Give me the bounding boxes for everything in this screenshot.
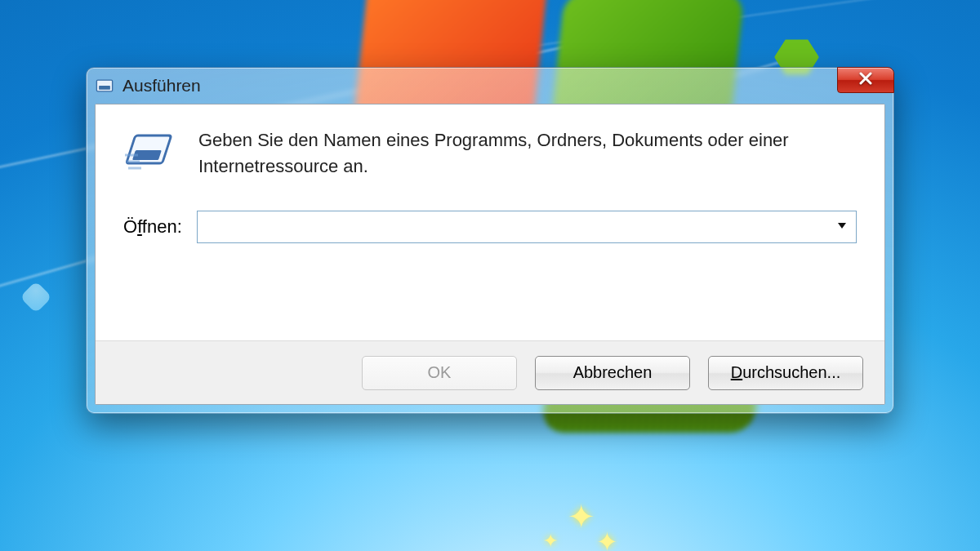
decor-bud xyxy=(20,281,52,313)
decor-sparkle: ✦ xyxy=(596,527,618,551)
window-title: Ausführen xyxy=(122,76,201,96)
open-input[interactable] xyxy=(198,211,828,242)
open-dropdown-button[interactable] xyxy=(828,211,856,242)
open-combobox[interactable] xyxy=(197,211,857,243)
open-label-post: fnen: xyxy=(142,216,182,237)
ok-button: OK xyxy=(362,356,517,390)
run-dialog-icon xyxy=(95,76,114,96)
run-dialog-icon xyxy=(123,127,176,180)
browse-hotkey: D xyxy=(731,363,742,381)
run-dialog-window: Ausführen xyxy=(86,67,894,414)
dialog-body: Geben Sie den Namen eines Programms, Ord… xyxy=(96,104,884,340)
chevron-down-icon xyxy=(836,220,848,234)
client-area: Geben Sie den Namen eines Programms, Ord… xyxy=(95,104,885,405)
desktop-wallpaper: ✦ ✦ ✦ Ausführen xyxy=(0,0,980,551)
open-label: Öffnen: xyxy=(123,216,182,238)
button-row: OK Abbrechen Durchsuchen... xyxy=(96,340,884,404)
decor-sparkle: ✦ xyxy=(543,531,558,551)
close-icon xyxy=(858,71,873,89)
svg-rect-1 xyxy=(99,86,110,90)
cancel-button[interactable]: Abbrechen xyxy=(535,356,690,390)
browse-button[interactable]: Durchsuchen... xyxy=(708,356,863,390)
decor-sparkle: ✦ xyxy=(568,498,595,535)
instruction-text: Geben Sie den Namen eines Programms, Ord… xyxy=(198,127,857,180)
svg-marker-4 xyxy=(838,223,846,229)
titlebar[interactable]: Ausführen xyxy=(87,68,893,104)
close-button[interactable] xyxy=(837,67,894,93)
open-label-pre: Ö xyxy=(123,216,137,237)
browse-label-rest: urchsuchen... xyxy=(742,363,840,381)
